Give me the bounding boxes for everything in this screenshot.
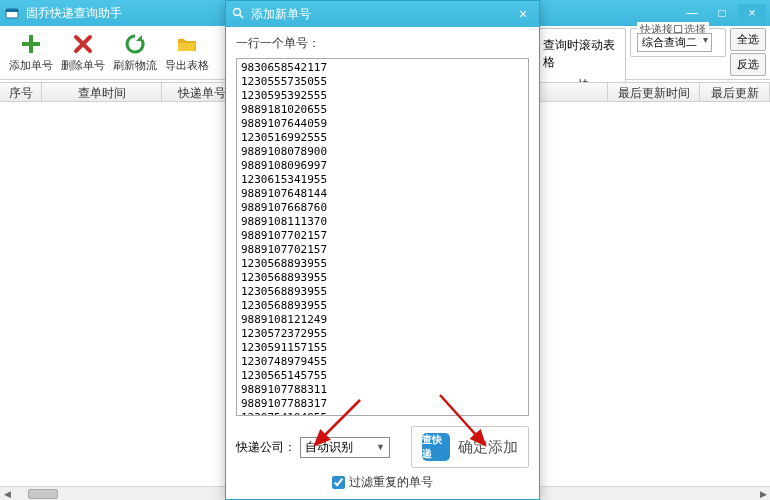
interface-select[interactable]: 综合查询二 [637,33,712,52]
company-row: 快递公司： 自动识别 查快递 确定添加 [236,426,529,468]
scroll-thumb[interactable] [28,489,58,499]
add-label: 添加单号 [9,58,53,73]
dialog-close-button[interactable]: × [513,6,533,22]
export-label: 导出表格 [165,58,209,73]
confirm-icon: 查快递 [422,433,450,461]
numbers-label: 一行一个单号： [236,35,529,52]
filter-checkbox[interactable] [332,476,345,489]
dialog-titlebar: 添加新单号 × [226,1,539,27]
plus-icon [19,32,43,56]
col-index[interactable]: 序号 [0,83,42,101]
maximize-button[interactable]: □ [708,4,736,22]
scroll-label: 查询时滚动表格 [543,37,619,71]
window-buttons: — □ × [678,4,766,22]
folder-icon [175,32,199,56]
x-icon [71,32,95,56]
company-label: 快递公司： [236,439,296,456]
refresh-button[interactable]: 刷新物流 [110,29,160,77]
svg-rect-3 [22,42,40,46]
refresh-icon [123,32,147,56]
dialog-title: 添加新单号 [251,6,513,23]
col-lastinfo[interactable]: 最后更新物流 [700,83,770,101]
select-all-button[interactable]: 全选 [730,28,766,51]
refresh-label: 刷新物流 [113,58,157,73]
dialog-body: 一行一个单号： 快递公司： 自动识别 查快递 确定添加 过滤重复的单号 [226,27,539,499]
app-icon [4,5,20,21]
delete-label: 删除单号 [61,58,105,73]
numbers-textarea[interactable] [236,58,529,416]
svg-line-5 [240,15,243,18]
interface-group: 快递接口选择 综合查询二 [630,28,726,57]
search-icon [232,7,246,21]
invert-select-button[interactable]: 反选 [730,53,766,76]
add-dialog: 添加新单号 × 一行一个单号： 快递公司： 自动识别 查快递 确定添加 过滤重复… [225,0,540,500]
confirm-label: 确定添加 [458,438,518,457]
minimize-button[interactable]: — [678,4,706,22]
confirm-add-button[interactable]: 查快递 确定添加 [411,426,529,468]
svg-point-4 [234,9,241,16]
export-button[interactable]: 导出表格 [162,29,212,77]
delete-button[interactable]: 删除单号 [58,29,108,77]
col-lastupdate[interactable]: 最后更新时间 [608,83,700,101]
close-button[interactable]: × [738,4,766,22]
scroll-left-icon[interactable]: ◀ [0,488,14,500]
filter-label: 过滤重复的单号 [349,474,433,491]
svg-rect-1 [6,9,18,12]
company-select[interactable]: 自动识别 [300,437,390,458]
filter-row: 过滤重复的单号 [236,474,529,491]
col-time[interactable]: 查单时间 [42,83,162,101]
scroll-right-icon[interactable]: ▶ [756,488,770,500]
add-button[interactable]: 添加单号 [6,29,56,77]
select-buttons: 全选 反选 [730,28,766,76]
